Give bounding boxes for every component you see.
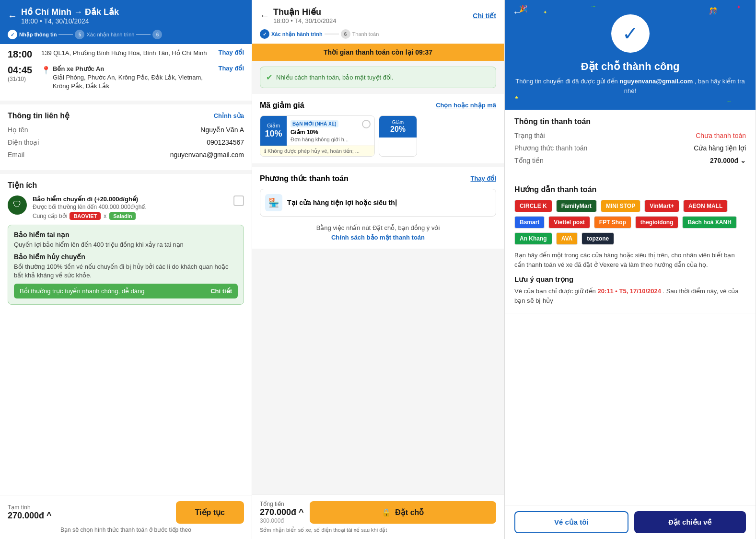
departure-location: 139 QL1A, Phường Bình Hưng Hòa, Bình Tân… <box>41 49 213 57</box>
coupon-left-1: Giảm 10% <box>260 116 287 146</box>
arrival-time: 04:45 (31/10) <box>8 65 36 82</box>
store-familymart: FamilyMart <box>556 200 597 212</box>
edit-contact-link[interactable]: Chỉnh sửa <box>214 112 244 119</box>
store-bachoaxanh: Bách hoá XANH <box>682 216 736 229</box>
guide-desc: Bạn hãy đến một trong các cửa hàng hoặc … <box>514 251 746 269</box>
store-bsmart: Bsmart <box>514 216 545 229</box>
total-row: Tổng tiền 270.000đ ⌄ <box>514 157 746 164</box>
coupon-radio-1[interactable] <box>362 120 371 128</box>
insurance-item: 🛡 Bảo hiểm chuyến đi (+20.000đ/ghế) Được… <box>8 195 244 220</box>
change-departure-link[interactable]: Thay đổi <box>218 49 244 56</box>
store-aeonmall: AEON MALL <box>683 200 728 212</box>
cancel-title: Bảo hiểm hủy chuyến <box>14 253 238 261</box>
p2-bottom-row: Tổng tiền 270.000đ ^ 300.000đ 🔒 Đặt chỗ <box>260 501 496 524</box>
book-btn-label: Đặt chỗ <box>395 508 424 517</box>
confetti-3: ~ <box>591 2 595 11</box>
step2-thanhtoan: 6 Thanh toán <box>341 29 379 39</box>
guide-title: Hướng dẫn thanh toán <box>514 185 746 194</box>
back-button-p2[interactable]: ← <box>260 10 269 21</box>
status-label: Trạng thái <box>514 132 545 139</box>
panel-2: ← Thuận Hiếu 18:00 • T4, 30/10/2024 Chi … <box>252 0 504 539</box>
store-fptshop: FPT Shop <box>594 216 631 229</box>
coupon-card-1[interactable]: Giảm 10% BẠN MỚI (NHÀ XE) Giảm 10% Đơn h… <box>260 115 375 157</box>
p2-price-col: Tổng tiền 270.000đ ^ 300.000đ <box>260 501 304 524</box>
timer-label: Thời gian thanh toán còn lại <box>324 48 414 56</box>
my-ticket-button[interactable]: Vé của tôi <box>514 511 628 533</box>
success-hero: 🎉 ✦ ~ 🎊 ✦ ★ ∼ ← ✓ Đặt chỗ thành công Thô… <box>505 0 756 110</box>
secure-badge: ✔ Nhiều cách thanh toán, bảo mật tuyệt đ… <box>260 67 496 88</box>
insurance-text: Bảo hiểm chuyến đi (+20.000đ/ghế) Được b… <box>33 195 228 220</box>
departure-time: 18:00 <box>8 49 36 60</box>
payment-section: Phương thức thanh toán Thay đổi 🏪 Tại cử… <box>252 167 504 249</box>
step2-circle-1: ✓ <box>260 29 269 39</box>
total-value: 270.000đ ⌄ <box>710 157 746 164</box>
coupon-pct-1: 10% <box>265 129 282 139</box>
step2-label-1: Xác nhận hành trình <box>271 31 323 37</box>
continue-button[interactable]: Tiếp tục <box>176 501 244 524</box>
green-footer: Bồi thường trực tuyến nhanh chóng, dễ dà… <box>14 284 238 298</box>
confetti-5: ✦ <box>736 4 741 11</box>
store-ministop: MINI STOP <box>601 200 640 212</box>
phone-value: 0901234567 <box>207 138 244 146</box>
insurance-checkbox[interactable] <box>233 195 244 206</box>
discount-section: Mã giảm giá Chọn hoặc nhập mã Giảm 10% B… <box>252 94 504 163</box>
panel-1: ← Hồ Chí Minh → Đắk Lắk 18:00 • T4, 30/1… <box>0 0 252 539</box>
back-button-p1[interactable]: ← <box>8 11 17 22</box>
store-thegioidong: thegioidong <box>635 216 679 229</box>
panel2-header: ← Thuận Hiếu 18:00 • T4, 30/10/2024 Chi … <box>252 0 504 44</box>
back-button-p3[interactable]: ← <box>512 7 522 18</box>
book-return-button[interactable]: Đặt chiều về <box>634 511 746 533</box>
payment-title: Phương thức thanh toán <box>260 174 349 183</box>
success-title: Đặt chỗ thành công <box>514 60 746 73</box>
insurance-name: Bảo hiểm chuyến đi (+20.000đ/ghế) <box>33 195 228 203</box>
chitiet-link[interactable]: Chi tiết <box>473 12 496 20</box>
consent-link[interactable]: Chính sách bảo mật thanh toán <box>331 234 425 241</box>
coupon-right-1: BẠN MỚI (NHÀ XE) Giảm 10% Đơn hàng không… <box>287 116 374 146</box>
confetti-4: 🎊 <box>709 7 717 15</box>
status-value: Chưa thanh toán <box>696 132 746 139</box>
email-label: Email <box>8 151 24 159</box>
p3-bottom-bar: Vé của tôi Đặt chiều về <box>505 505 756 539</box>
stores-grid: CIRCLE K FamilyMart MINI STOP VinMart+ A… <box>514 200 746 245</box>
brand-saladin: Saladin <box>109 212 136 220</box>
lock-icon: 🔒 <box>382 508 391 517</box>
coupon-label-1: Giảm <box>267 123 280 129</box>
payment-change-link[interactable]: Thay đổi <box>470 175 496 182</box>
deadline-text: 20:11 • T5, 17/10/2024 <box>597 287 661 295</box>
success-circle: ✓ <box>611 14 650 53</box>
step-6: 6 <box>152 30 162 39</box>
p2-bottom-bar: Tổng tiền 270.000đ ^ 300.000đ 🔒 Đặt chỗ … <box>252 494 504 539</box>
date-subtitle-p1: 18:00 • T4, 30/10/2024 <box>21 17 119 25</box>
book-button[interactable]: 🔒 Đặt chỗ <box>310 501 496 524</box>
amenities-title: Tiện ích <box>8 181 37 190</box>
p2-price-label: Tổng tiền <box>260 501 304 507</box>
price-label: Tạm tính <box>8 504 52 511</box>
green-footer-text: Bồi thường trực tuyến nhanh chóng, dễ dà… <box>20 287 145 295</box>
step2-label-2: Thanh toán <box>352 31 379 37</box>
secure-text: Nhiều cách thanh toán, bảo mật tuyệt đối… <box>276 74 394 81</box>
step-label-1: Nhập thông tin <box>19 32 57 38</box>
phone-label: Điện thoại <box>8 138 39 146</box>
green-footer-link[interactable]: Chi tiết <box>210 287 232 295</box>
accident-title: Bảo hiểm tai nạn <box>14 231 238 239</box>
step2-xacnhan: ✓ Xác nhận hành trình <box>260 29 323 39</box>
step2-circle-2: 6 <box>341 29 350 39</box>
coupon-card-2[interactable]: Giảm 20% <box>379 115 417 157</box>
panel1-header: ← Hồ Chí Minh → Đắk Lắk 18:00 • T4, 30/1… <box>0 0 252 44</box>
discount-link[interactable]: Chọn hoặc nhập mã <box>436 102 496 109</box>
departure-row: 18:00 139 QL1A, Phường Bình Hưng Hòa, Bì… <box>8 49 244 60</box>
confetti-6: ★ <box>514 95 519 100</box>
step-label-2: Xác nhận hành trình <box>86 32 134 38</box>
step-circle-3: 6 <box>152 30 162 39</box>
payment-method-item: 🏪 Tại cửa hàng tiện lợi hoặc siêu thị <box>260 189 496 217</box>
payment-info-section: Thông tin thanh toán Trạng thái Chưa tha… <box>505 110 756 177</box>
change-arrival-link[interactable]: Thay đổi <box>218 65 244 72</box>
step-line-2 <box>136 34 151 35</box>
method-row: Phương thức thanh toán Cửa hàng tiện lợi <box>514 144 746 152</box>
confetti-7: ∼ <box>727 98 732 105</box>
insurance-icon: 🛡 <box>8 195 27 215</box>
price-summary: Tạm tính 270.000đ ^ <box>8 504 52 521</box>
p2-price-old: 300.000đ <box>260 517 304 524</box>
pin-icon: 📍 <box>41 66 51 75</box>
confetti-2: ✦ <box>543 10 547 15</box>
